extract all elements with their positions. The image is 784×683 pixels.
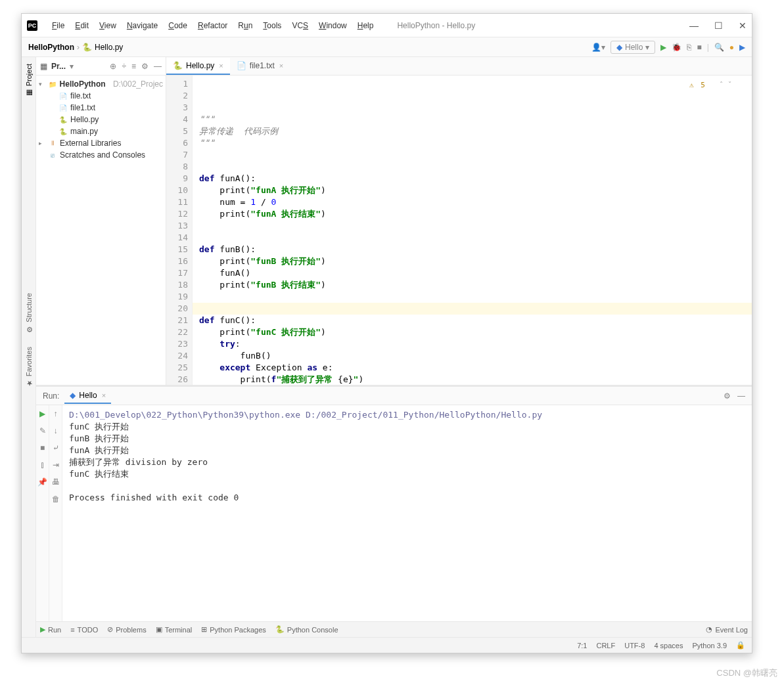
tree-file[interactable]: 📄file.txt	[36, 90, 166, 102]
print-icon[interactable]: 🖶	[52, 477, 60, 487]
project-pane: ▦ Pr... ▾ ⊕ ÷ ≡ ⚙ — ▾📁	[36, 57, 166, 385]
menu-edit[interactable]: Edit	[70, 19, 94, 32]
python-file-icon: 🐍	[82, 43, 92, 52]
bottom-tab-terminal[interactable]: ▣ Terminal	[156, 625, 193, 634]
editor-tab[interactable]: 🐍Hello.py×	[166, 58, 230, 75]
debug-icon[interactable]: 🐞	[672, 43, 681, 52]
collapse-icon[interactable]: ≡	[131, 62, 136, 71]
window-title: HelloPython - Hello.py	[397, 21, 689, 30]
rerun-icon[interactable]: ▶	[39, 409, 45, 418]
bottom-tool-tabs: ▶Run ≡ TODO ⊘ Problems ▣ Terminal ⊞ Pyth…	[36, 621, 752, 637]
minimize-icon[interactable]: —	[689, 20, 699, 31]
app-icon: PC	[27, 20, 37, 31]
run-hide-icon[interactable]: —	[737, 391, 745, 401]
menu-run[interactable]: Run	[233, 19, 258, 32]
rail-project[interactable]: ▦ Project	[24, 64, 33, 97]
breadcrumb-file[interactable]: Hello.py	[95, 43, 123, 52]
search-icon[interactable]: 🔍	[714, 43, 724, 52]
update-icon[interactable]: ●	[729, 43, 734, 52]
menu-refactor[interactable]: Refactor	[193, 19, 233, 32]
project-pane-label[interactable]: Pr...	[51, 62, 66, 71]
menu-navigate[interactable]: Navigate	[122, 19, 163, 32]
target-icon[interactable]: ⊕	[110, 62, 116, 71]
run-icon[interactable]: ▶	[660, 43, 666, 52]
nav-bar: HelloPython › 🐍 Hello.py 👤▾ ◆Hello▾ ▶ 🐞 …	[22, 37, 752, 57]
menu-vcs[interactable]: VCS	[287, 19, 313, 32]
run-edit-icon[interactable]: ✎	[39, 426, 46, 435]
rail-structure[interactable]: ⚙ Structure	[24, 293, 33, 334]
status-caret[interactable]: 7:1	[577, 642, 587, 650]
wrap-icon[interactable]: ⤶	[53, 443, 59, 452]
lock-icon[interactable]: 🔒	[736, 641, 745, 650]
layout-icon[interactable]: ⫿	[41, 460, 45, 470]
run-tab[interactable]: ◆Hello×	[64, 388, 111, 404]
tab-close-icon[interactable]: ×	[279, 62, 283, 70]
title-bar: PC File Edit View Navigate Code Refactor…	[22, 14, 752, 37]
menu-tools[interactable]: Tools	[258, 19, 287, 32]
menu-code[interactable]: Code	[163, 19, 193, 32]
tab-close-icon[interactable]: ×	[219, 62, 223, 70]
tree-root[interactable]: ▾📁 HelloPython D:\002_Projec	[36, 78, 166, 90]
status-bar: 7:1 CRLF UTF-8 4 spaces Python 3.9 🔒	[22, 637, 752, 653]
project-view-icon: ▦	[40, 62, 47, 71]
run-tool-window: Run: ◆Hello× ⚙ — ▶ ✎ ■ ⫿ 📌	[36, 385, 752, 621]
run-panel-label: Run:	[43, 391, 59, 401]
menu-view[interactable]: View	[94, 19, 122, 32]
tree-file[interactable]: 🐍Hello.py	[36, 114, 166, 125]
expand-icon[interactable]: ÷	[122, 62, 126, 71]
down-icon[interactable]: ↓	[54, 426, 58, 435]
up-icon[interactable]: ↑	[54, 409, 58, 418]
scroll-icon[interactable]: ⇥	[53, 460, 59, 470]
menu-file[interactable]: File	[47, 19, 70, 32]
console-output[interactable]: D:\001_Develop\022_Python\Python39\pytho…	[62, 405, 752, 621]
status-python[interactable]: Python 3.9	[692, 642, 727, 650]
trash-icon[interactable]: 🗑	[52, 495, 60, 504]
event-log[interactable]: ◔ Event Log	[706, 625, 748, 634]
code-editor[interactable]: 1234567891011121314151617181920212223242…	[166, 76, 752, 385]
status-indent[interactable]: 4 spaces	[654, 642, 683, 650]
run-anything-icon[interactable]: ▶	[739, 43, 745, 52]
coverage-icon[interactable]: ⎘	[687, 43, 691, 52]
hide-icon[interactable]: —	[154, 62, 162, 71]
tree-file[interactable]: 📄file1.txt	[36, 102, 166, 114]
status-eol[interactable]: CRLF	[596, 642, 615, 650]
pin-icon[interactable]: 📌	[37, 477, 47, 487]
run-settings-icon[interactable]: ⚙	[724, 391, 731, 401]
left-tool-rail: ▦ Project ⚙ Structure ★ Favorites	[22, 57, 36, 637]
tree-file[interactable]: 🐍main.py	[36, 125, 166, 137]
user-icon[interactable]: 👤▾	[591, 43, 605, 52]
run-config-selector[interactable]: ◆Hello▾	[611, 41, 655, 54]
menu-window[interactable]: Window	[313, 19, 352, 32]
bottom-tab-pyconsole[interactable]: 🐍 Python Console	[275, 625, 338, 634]
status-encoding[interactable]: UTF-8	[624, 642, 645, 650]
bottom-tab-run[interactable]: ▶Run	[40, 625, 61, 634]
tree-scratches[interactable]: ⎚Scratches and Consoles	[36, 149, 166, 161]
inspection-badge[interactable]: ⚠ 5 ˆ ˇ	[689, 79, 732, 91]
menu-help[interactable]: Help	[352, 19, 379, 32]
stop-icon[interactable]: ■	[697, 43, 701, 52]
maximize-icon[interactable]: ☐	[714, 20, 723, 31]
stop-icon[interactable]: ■	[40, 443, 45, 452]
bottom-tab-problems[interactable]: ⊘ Problems	[107, 625, 146, 634]
tree-external-libs[interactable]: ▸⫴External Libraries	[36, 137, 166, 149]
rail-favorites[interactable]: ★ Favorites	[24, 347, 33, 387]
bottom-tab-pypackages[interactable]: ⊞ Python Packages	[201, 625, 266, 634]
close-icon[interactable]: ✕	[739, 20, 747, 31]
bottom-tab-todo[interactable]: ≡ TODO	[70, 626, 98, 634]
breadcrumb-project[interactable]: HelloPython	[28, 43, 74, 52]
watermark: CSDN @韩曙亮	[716, 667, 777, 679]
editor-tab[interactable]: 📄file1.txt×	[230, 58, 290, 75]
settings-icon[interactable]: ⚙	[141, 62, 149, 71]
editor-tabs: 🐍Hello.py× 📄file1.txt×	[166, 57, 752, 76]
